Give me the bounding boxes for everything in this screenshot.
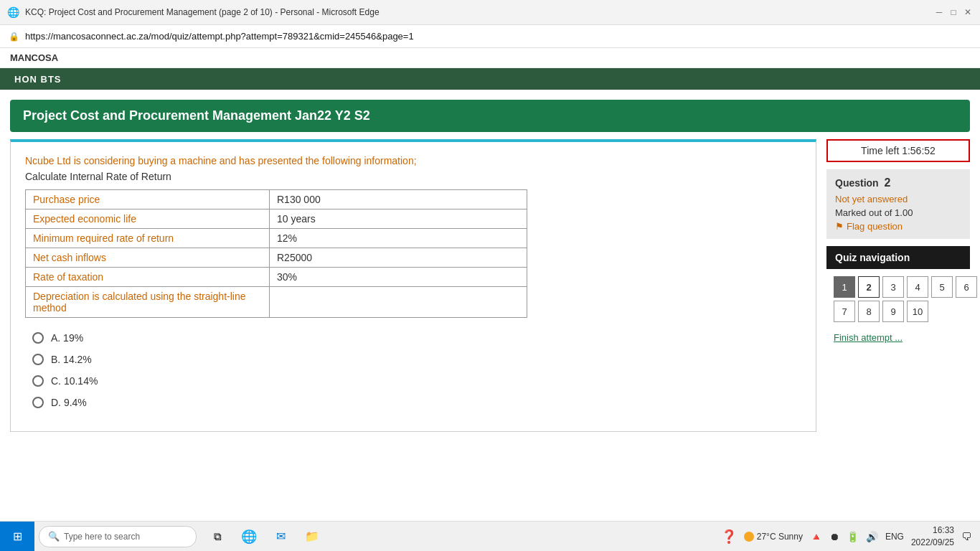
help-icon: ❓ <box>721 529 737 545</box>
question-label: Question <box>835 177 879 189</box>
nav-btn-4[interactable]: 4 <box>907 276 928 298</box>
table-cell-label: Rate of taxation <box>26 268 270 287</box>
question-info-title: Question 2 <box>835 176 961 189</box>
lock-icon: 🔒 <box>9 32 19 42</box>
nav-btn-10[interactable]: 10 <box>907 301 928 322</box>
table-cell-label: Purchase price <box>26 190 270 209</box>
close-button[interactable]: ✕ <box>963 7 973 17</box>
edge-taskbar-icon: 🌐 <box>241 529 257 545</box>
flag-icon: ⚑ <box>835 221 844 232</box>
table-cell-value: R130 000 <box>270 190 527 209</box>
nav-btn-6[interactable]: 6 <box>956 276 977 298</box>
minimize-button[interactable]: ─ <box>934 7 944 17</box>
answer-option-d[interactable]: D. 9.4% <box>32 397 794 408</box>
nav-btn-3[interactable]: 3 <box>882 276 904 298</box>
flag-label: Flag question <box>847 221 903 232</box>
edge-taskbar-button[interactable]: 🌐 <box>234 522 264 552</box>
browser-titlebar: 🌐 KCQ: Project Cost and Procurement Mana… <box>0 0 980 25</box>
nav-btn-9[interactable]: 9 <box>882 301 904 322</box>
question-status: Not yet answered <box>835 194 961 204</box>
timer-label: Time left 1:56:52 <box>861 145 936 156</box>
time-display: 16:33 2022/09/25 <box>911 524 954 549</box>
windows-icon: ⊞ <box>13 529 22 543</box>
battery-icon: 🔋 <box>847 531 859 542</box>
mail-icon: ✉ <box>276 529 286 543</box>
mail-taskbar-button[interactable]: ✉ <box>265 522 296 552</box>
mancosa-label: MANCOSA <box>10 52 58 63</box>
table-cell-value: 30% <box>270 268 527 287</box>
language-display: ENG <box>885 532 904 542</box>
table-cell-value: 10 years <box>270 209 527 229</box>
taskbar: ⊞ 🔍 Type here to search ⧉ 🌐 ✉ 📁 ❓ 27°C S… <box>0 521 980 551</box>
timer-box: Time left 1:56:52 <box>826 139 970 162</box>
nav-btn-2[interactable]: 2 <box>858 276 880 298</box>
answer-option-a[interactable]: A. 19% <box>32 332 794 344</box>
answer-options: A. 19%B. 14.2%C. 10.14%D. 9.4% <box>25 332 801 408</box>
clock-date: 2022/09/25 <box>911 537 954 549</box>
question-inner: Ncube Ltd is considering buying a machin… <box>11 142 816 431</box>
task-view-button[interactable]: ⧉ <box>202 522 232 552</box>
weather-text: 27°C Sunny <box>757 532 803 542</box>
main-content: Ncube Ltd is considering buying a machin… <box>0 139 980 432</box>
radio-a[interactable] <box>32 332 44 344</box>
url-text: https://mancosaconnect.ac.za/mod/quiz/at… <box>25 31 414 42</box>
quiz-nav-box: Quiz navigation 12345678910 Finish attem… <box>826 246 970 350</box>
header-banner: HON BTS <box>0 68 980 90</box>
search-icon: 🔍 <box>48 531 60 542</box>
option-label-b: B. 14.2% <box>51 354 92 365</box>
mancosa-bar: MANCOSA <box>0 48 980 68</box>
maximize-button[interactable]: □ <box>948 7 958 17</box>
finish-attempt-link[interactable]: Finish attempt ... <box>826 329 970 350</box>
network-icon: 🔺 <box>810 531 822 542</box>
question-subtext: Calculate Internal Rate of Return <box>25 171 801 182</box>
question-area: Ncube Ltd is considering buying a machin… <box>10 139 816 432</box>
quiz-nav-title: Quiz navigation <box>826 246 970 269</box>
question-text: Ncube Ltd is considering buying a machin… <box>25 155 801 166</box>
recording-icon: ⏺ <box>829 531 839 542</box>
quiz-nav-grid: 12345678910 <box>826 269 970 329</box>
taskbar-icons: ⧉ 🌐 ✉ 📁 <box>202 522 327 552</box>
volume-icon: 🔊 <box>866 531 878 542</box>
nav-btn-7[interactable]: 7 <box>834 301 855 322</box>
table-cell-value <box>270 287 527 318</box>
radio-c[interactable] <box>32 375 44 387</box>
table-cell-value: R25000 <box>270 248 527 268</box>
option-label-c: C. 10.14% <box>51 375 98 387</box>
question-number: 2 <box>885 176 891 189</box>
right-panel: Time left 1:56:52 Question 2 Not yet ans… <box>826 139 970 432</box>
nav-btn-8[interactable]: 8 <box>858 301 880 322</box>
table-cell-label: Expected economic life <box>26 209 270 229</box>
task-view-icon: ⧉ <box>214 530 222 543</box>
flag-question-link[interactable]: ⚑ Flag question <box>835 221 961 232</box>
radio-b[interactable] <box>32 354 44 365</box>
clock-time: 16:33 <box>911 524 954 537</box>
notification-icon: 🗨 <box>961 531 971 542</box>
nav-btn-1[interactable]: 1 <box>834 276 855 298</box>
question-marked: Marked out of 1.00 <box>835 207 961 218</box>
question-info-box: Question 2 Not yet answered Marked out o… <box>826 169 970 239</box>
taskbar-right: ❓ 27°C Sunny 🔺 ⏺ 🔋 🔊 ENG 16:33 2022/09/2… <box>721 524 980 549</box>
sun-icon <box>744 532 754 542</box>
page-title: KCQ: Project Cost and Procurement Manage… <box>25 7 380 17</box>
browser-title: 🌐 KCQ: Project Cost and Procurement Mana… <box>7 6 380 18</box>
weather-display: 27°C Sunny <box>744 532 803 542</box>
answer-option-b[interactable]: B. 14.2% <box>32 354 794 365</box>
table-cell-label: Minimum required rate of return <box>26 229 270 248</box>
data-table: Purchase priceR130 000Expected economic … <box>25 189 527 318</box>
option-label-d: D. 9.4% <box>51 397 87 408</box>
address-bar[interactable]: 🔒 https://mancosaconnect.ac.za/mod/quiz/… <box>0 25 980 48</box>
table-cell-label: Depreciation is calculated using the str… <box>26 287 270 318</box>
start-button[interactable]: ⊞ <box>0 522 34 552</box>
search-placeholder: Type here to search <box>64 532 140 542</box>
taskbar-search[interactable]: 🔍 Type here to search <box>39 526 197 547</box>
table-cell-value: 12% <box>270 229 527 248</box>
course-title-bar: Project Cost and Procurement Management … <box>10 100 970 132</box>
answer-option-c[interactable]: C. 10.14% <box>32 375 794 387</box>
folder-icon: 📁 <box>305 529 319 543</box>
edge-icon: 🌐 <box>7 6 19 18</box>
explorer-taskbar-button[interactable]: 📁 <box>297 522 327 552</box>
window-controls[interactable]: ─ □ ✕ <box>934 7 973 17</box>
nav-btn-5[interactable]: 5 <box>931 276 953 298</box>
course-title: Project Cost and Procurement Management … <box>23 108 370 123</box>
radio-d[interactable] <box>32 397 44 408</box>
